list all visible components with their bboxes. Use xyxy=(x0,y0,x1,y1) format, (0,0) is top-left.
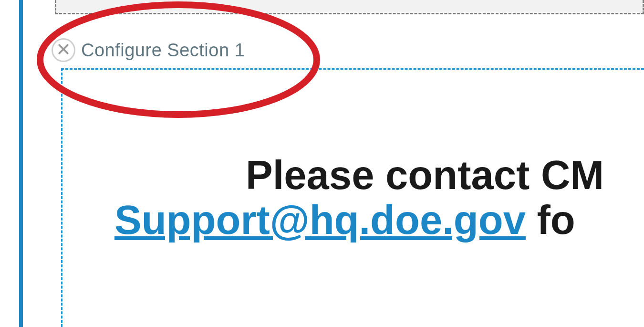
content-line-1: Please contact CM xyxy=(114,153,644,198)
support-email-link[interactable]: Support@hq.doe.gov xyxy=(114,197,526,243)
left-rail xyxy=(19,0,23,327)
content-line-2-suffix: fo xyxy=(526,197,575,243)
section-header: Configure Section 1 xyxy=(52,38,245,62)
close-icon xyxy=(57,43,70,57)
content-text: Please contact CM Support@hq.doe.gov fo xyxy=(114,153,644,242)
previous-section-box xyxy=(55,0,644,14)
content-line-2: Support@hq.doe.gov fo xyxy=(114,198,644,243)
configure-section-link[interactable]: Configure Section 1 xyxy=(81,40,245,61)
remove-section-button[interactable] xyxy=(52,38,75,62)
